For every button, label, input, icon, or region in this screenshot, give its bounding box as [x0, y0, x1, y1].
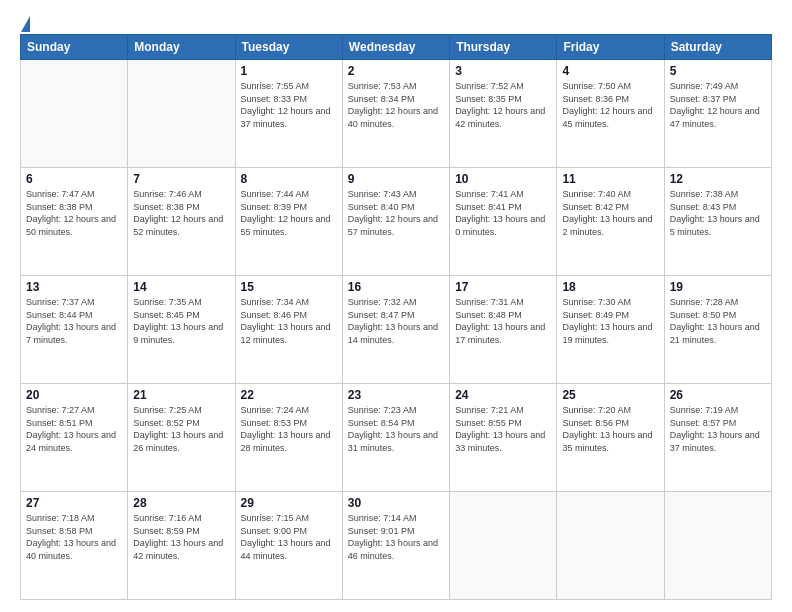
day-number: 28 [133, 496, 229, 510]
day-number: 23 [348, 388, 444, 402]
day-number: 18 [562, 280, 658, 294]
weekday-header-saturday: Saturday [664, 35, 771, 60]
calendar-cell: 23Sunrise: 7:23 AM Sunset: 8:54 PM Dayli… [342, 384, 449, 492]
calendar-cell: 8Sunrise: 7:44 AM Sunset: 8:39 PM Daylig… [235, 168, 342, 276]
day-info: Sunrise: 7:44 AM Sunset: 8:39 PM Dayligh… [241, 188, 337, 238]
day-info: Sunrise: 7:35 AM Sunset: 8:45 PM Dayligh… [133, 296, 229, 346]
day-number: 10 [455, 172, 551, 186]
day-info: Sunrise: 7:27 AM Sunset: 8:51 PM Dayligh… [26, 404, 122, 454]
calendar-week-row: 20Sunrise: 7:27 AM Sunset: 8:51 PM Dayli… [21, 384, 772, 492]
day-number: 12 [670, 172, 766, 186]
logo [20, 16, 32, 26]
day-number: 9 [348, 172, 444, 186]
calendar-cell: 30Sunrise: 7:14 AM Sunset: 9:01 PM Dayli… [342, 492, 449, 600]
day-number: 11 [562, 172, 658, 186]
calendar-cell: 2Sunrise: 7:53 AM Sunset: 8:34 PM Daylig… [342, 60, 449, 168]
day-number: 5 [670, 64, 766, 78]
day-number: 27 [26, 496, 122, 510]
calendar-cell: 12Sunrise: 7:38 AM Sunset: 8:43 PM Dayli… [664, 168, 771, 276]
calendar-cell: 14Sunrise: 7:35 AM Sunset: 8:45 PM Dayli… [128, 276, 235, 384]
day-info: Sunrise: 7:50 AM Sunset: 8:36 PM Dayligh… [562, 80, 658, 130]
day-info: Sunrise: 7:25 AM Sunset: 8:52 PM Dayligh… [133, 404, 229, 454]
day-number: 29 [241, 496, 337, 510]
day-info: Sunrise: 7:38 AM Sunset: 8:43 PM Dayligh… [670, 188, 766, 238]
calendar-cell: 18Sunrise: 7:30 AM Sunset: 8:49 PM Dayli… [557, 276, 664, 384]
day-info: Sunrise: 7:37 AM Sunset: 8:44 PM Dayligh… [26, 296, 122, 346]
calendar-cell [128, 60, 235, 168]
calendar-cell: 16Sunrise: 7:32 AM Sunset: 8:47 PM Dayli… [342, 276, 449, 384]
day-number: 21 [133, 388, 229, 402]
calendar-cell: 20Sunrise: 7:27 AM Sunset: 8:51 PM Dayli… [21, 384, 128, 492]
weekday-header-thursday: Thursday [450, 35, 557, 60]
page: SundayMondayTuesdayWednesdayThursdayFrid… [0, 0, 792, 612]
calendar-week-row: 13Sunrise: 7:37 AM Sunset: 8:44 PM Dayli… [21, 276, 772, 384]
day-info: Sunrise: 7:41 AM Sunset: 8:41 PM Dayligh… [455, 188, 551, 238]
calendar-cell: 27Sunrise: 7:18 AM Sunset: 8:58 PM Dayli… [21, 492, 128, 600]
calendar-cell: 5Sunrise: 7:49 AM Sunset: 8:37 PM Daylig… [664, 60, 771, 168]
calendar-cell: 10Sunrise: 7:41 AM Sunset: 8:41 PM Dayli… [450, 168, 557, 276]
day-number: 15 [241, 280, 337, 294]
day-info: Sunrise: 7:23 AM Sunset: 8:54 PM Dayligh… [348, 404, 444, 454]
day-info: Sunrise: 7:46 AM Sunset: 8:38 PM Dayligh… [133, 188, 229, 238]
day-number: 25 [562, 388, 658, 402]
calendar-cell: 13Sunrise: 7:37 AM Sunset: 8:44 PM Dayli… [21, 276, 128, 384]
day-number: 26 [670, 388, 766, 402]
day-info: Sunrise: 7:47 AM Sunset: 8:38 PM Dayligh… [26, 188, 122, 238]
day-number: 16 [348, 280, 444, 294]
calendar-cell: 24Sunrise: 7:21 AM Sunset: 8:55 PM Dayli… [450, 384, 557, 492]
calendar-week-row: 1Sunrise: 7:55 AM Sunset: 8:33 PM Daylig… [21, 60, 772, 168]
calendar-cell: 17Sunrise: 7:31 AM Sunset: 8:48 PM Dayli… [450, 276, 557, 384]
day-info: Sunrise: 7:43 AM Sunset: 8:40 PM Dayligh… [348, 188, 444, 238]
day-info: Sunrise: 7:16 AM Sunset: 8:59 PM Dayligh… [133, 512, 229, 562]
day-info: Sunrise: 7:21 AM Sunset: 8:55 PM Dayligh… [455, 404, 551, 454]
day-info: Sunrise: 7:53 AM Sunset: 8:34 PM Dayligh… [348, 80, 444, 130]
day-number: 6 [26, 172, 122, 186]
day-info: Sunrise: 7:19 AM Sunset: 8:57 PM Dayligh… [670, 404, 766, 454]
logo-triangle-icon [21, 16, 30, 32]
day-info: Sunrise: 7:18 AM Sunset: 8:58 PM Dayligh… [26, 512, 122, 562]
weekday-header-friday: Friday [557, 35, 664, 60]
weekday-header-wednesday: Wednesday [342, 35, 449, 60]
calendar-cell [450, 492, 557, 600]
calendar-cell: 7Sunrise: 7:46 AM Sunset: 8:38 PM Daylig… [128, 168, 235, 276]
calendar-cell: 25Sunrise: 7:20 AM Sunset: 8:56 PM Dayli… [557, 384, 664, 492]
day-info: Sunrise: 7:20 AM Sunset: 8:56 PM Dayligh… [562, 404, 658, 454]
calendar-cell [21, 60, 128, 168]
calendar-cell: 22Sunrise: 7:24 AM Sunset: 8:53 PM Dayli… [235, 384, 342, 492]
calendar-cell: 28Sunrise: 7:16 AM Sunset: 8:59 PM Dayli… [128, 492, 235, 600]
calendar-cell [664, 492, 771, 600]
weekday-header-tuesday: Tuesday [235, 35, 342, 60]
day-number: 8 [241, 172, 337, 186]
day-number: 30 [348, 496, 444, 510]
day-number: 7 [133, 172, 229, 186]
calendar-cell: 3Sunrise: 7:52 AM Sunset: 8:35 PM Daylig… [450, 60, 557, 168]
day-number: 2 [348, 64, 444, 78]
day-info: Sunrise: 7:31 AM Sunset: 8:48 PM Dayligh… [455, 296, 551, 346]
day-number: 22 [241, 388, 337, 402]
calendar-cell: 26Sunrise: 7:19 AM Sunset: 8:57 PM Dayli… [664, 384, 771, 492]
calendar-cell: 6Sunrise: 7:47 AM Sunset: 8:38 PM Daylig… [21, 168, 128, 276]
weekday-header-row: SundayMondayTuesdayWednesdayThursdayFrid… [21, 35, 772, 60]
calendar-cell: 1Sunrise: 7:55 AM Sunset: 8:33 PM Daylig… [235, 60, 342, 168]
day-info: Sunrise: 7:28 AM Sunset: 8:50 PM Dayligh… [670, 296, 766, 346]
calendar-week-row: 6Sunrise: 7:47 AM Sunset: 8:38 PM Daylig… [21, 168, 772, 276]
calendar-cell: 4Sunrise: 7:50 AM Sunset: 8:36 PM Daylig… [557, 60, 664, 168]
weekday-header-sunday: Sunday [21, 35, 128, 60]
calendar-cell: 19Sunrise: 7:28 AM Sunset: 8:50 PM Dayli… [664, 276, 771, 384]
day-info: Sunrise: 7:49 AM Sunset: 8:37 PM Dayligh… [670, 80, 766, 130]
day-number: 20 [26, 388, 122, 402]
calendar-cell: 29Sunrise: 7:15 AM Sunset: 9:00 PM Dayli… [235, 492, 342, 600]
day-number: 3 [455, 64, 551, 78]
day-number: 19 [670, 280, 766, 294]
day-info: Sunrise: 7:14 AM Sunset: 9:01 PM Dayligh… [348, 512, 444, 562]
day-number: 1 [241, 64, 337, 78]
calendar-cell: 9Sunrise: 7:43 AM Sunset: 8:40 PM Daylig… [342, 168, 449, 276]
day-info: Sunrise: 7:40 AM Sunset: 8:42 PM Dayligh… [562, 188, 658, 238]
calendar-table: SundayMondayTuesdayWednesdayThursdayFrid… [20, 34, 772, 600]
day-number: 17 [455, 280, 551, 294]
weekday-header-monday: Monday [128, 35, 235, 60]
calendar-week-row: 27Sunrise: 7:18 AM Sunset: 8:58 PM Dayli… [21, 492, 772, 600]
day-info: Sunrise: 7:34 AM Sunset: 8:46 PM Dayligh… [241, 296, 337, 346]
header [20, 16, 772, 26]
day-number: 4 [562, 64, 658, 78]
